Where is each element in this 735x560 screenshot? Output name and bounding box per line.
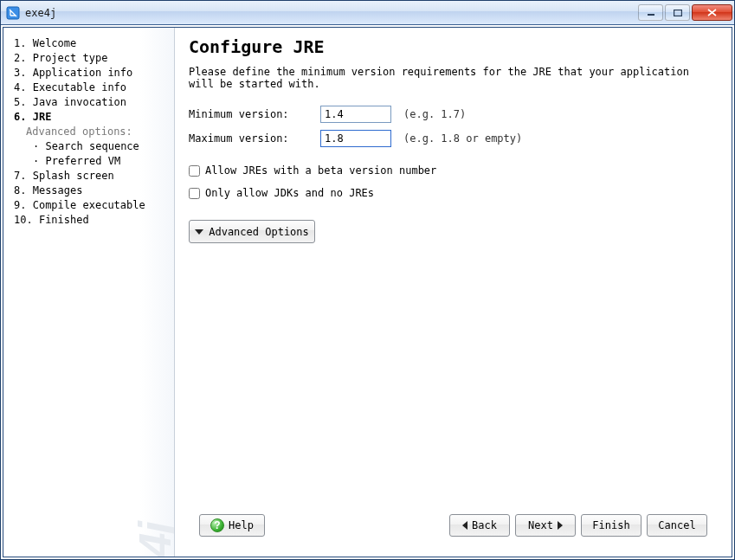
step-project-type[interactable]: 2. Project type (14, 51, 169, 66)
maximize-button[interactable] (665, 4, 690, 21)
advanced-options-button-label: Advanced Options (209, 226, 309, 238)
page-description: Please define the minimum version requir… (189, 66, 718, 90)
window-title: exe4j (25, 7, 636, 19)
sidebar: 1. Welcome 2. Project type 3. Applicatio… (3, 28, 175, 557)
allow-beta-row[interactable]: Allow JREs with a beta version number (189, 164, 718, 177)
close-button[interactable] (692, 4, 732, 21)
max-version-input[interactable] (320, 130, 391, 147)
arrow-left-icon (462, 521, 467, 530)
allow-beta-checkbox[interactable] (189, 165, 200, 177)
app-icon (6, 6, 20, 20)
step-search-sequence[interactable]: Search sequence (33, 139, 169, 154)
step-finished[interactable]: 10. Finished (14, 213, 169, 228)
cancel-button[interactable]: Cancel (647, 514, 707, 537)
finish-button-label: Finish (592, 519, 629, 531)
min-version-label: Minimum version: (189, 108, 320, 120)
step-welcome[interactable]: 1. Welcome (14, 36, 169, 51)
svg-rect-1 (648, 14, 654, 16)
minimize-icon (647, 10, 655, 16)
step-messages[interactable]: 8. Messages (14, 183, 169, 198)
min-version-row: Minimum version: (e.g. 1.7) (189, 106, 718, 123)
sidebar-watermark: exe4j (129, 522, 175, 557)
back-button-label: Back (472, 519, 497, 531)
step-executable-info[interactable]: 4. Executable info (14, 80, 169, 95)
step-jre[interactable]: 6. JRE (14, 110, 169, 125)
min-version-input[interactable] (320, 106, 391, 123)
max-version-hint: (e.g. 1.8 or empty) (403, 132, 522, 145)
main-panel: Configure JRE Please define the minimum … (175, 28, 732, 557)
step-java-invocation[interactable]: 5. Java invocation (14, 95, 169, 110)
page-title: Configure JRE (189, 36, 718, 57)
only-jdk-label: Only allow JDKs and no JREs (205, 187, 374, 199)
minimize-button[interactable] (638, 4, 663, 21)
chevron-down-icon (195, 229, 203, 235)
titlebar: exe4j (1, 1, 734, 25)
arrow-right-icon (558, 521, 563, 530)
advanced-options-heading: Advanced options: (26, 125, 169, 139)
help-button-label: Help (229, 519, 254, 531)
help-icon: ? (210, 518, 224, 532)
next-button-label: Next (528, 519, 553, 531)
max-version-label: Maximum version: (189, 132, 320, 145)
max-version-row: Maximum version: (e.g. 1.8 or empty) (189, 130, 718, 147)
advanced-options-button[interactable]: Advanced Options (189, 220, 315, 243)
back-button[interactable]: Back (449, 514, 510, 537)
step-list: 1. Welcome 2. Project type 3. Applicatio… (14, 36, 169, 228)
client-area: 1. Welcome 2. Project type 3. Applicatio… (3, 27, 732, 557)
app-window: exe4j 1. Welcome 2. Project type 3. Appl… (0, 0, 735, 560)
window-buttons (636, 4, 732, 21)
body-row: 1. Welcome 2. Project type 3. Applicatio… (3, 28, 732, 557)
svg-rect-2 (674, 10, 681, 16)
allow-beta-label: Allow JREs with a beta version number (205, 164, 436, 177)
step-splash-screen[interactable]: 7. Splash screen (14, 169, 169, 183)
only-jdk-checkbox[interactable] (189, 188, 200, 199)
wizard-footer: ? Help Back Next (189, 505, 718, 546)
maximize-icon (674, 10, 682, 16)
min-version-hint: (e.g. 1.7) (403, 108, 466, 120)
next-button[interactable]: Next (515, 514, 576, 537)
step-application-info[interactable]: 3. Application info (14, 66, 169, 80)
cancel-button-label: Cancel (658, 519, 695, 531)
only-jdk-row[interactable]: Only allow JDKs and no JREs (189, 187, 718, 199)
step-compile-executable[interactable]: 9. Compile executable (14, 198, 169, 213)
finish-button[interactable]: Finish (581, 514, 642, 537)
step-preferred-vm[interactable]: Preferred VM (33, 154, 169, 169)
help-button[interactable]: ? Help (199, 514, 265, 537)
close-icon (707, 9, 717, 16)
